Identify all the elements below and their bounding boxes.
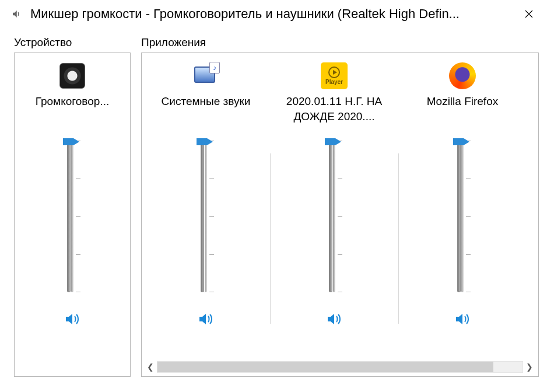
firefox-icon[interactable]: [449, 60, 476, 92]
volume-slider-system-sounds[interactable]: [198, 141, 214, 292]
mute-button-player[interactable]: [324, 310, 345, 328]
section-device: Устройство Громкоговор...: [14, 36, 131, 377]
volume-slider-firefox[interactable]: [454, 141, 471, 292]
window-title: Микшер громкости - Громкоговоритель и на…: [30, 6, 514, 22]
player-icon[interactable]: Player: [321, 60, 348, 92]
horizontal-scrollbar[interactable]: ❮ ❯: [144, 360, 536, 374]
slider-thumb[interactable]: [197, 137, 214, 146]
channel-system-sounds: ♪ Системные звуки: [142, 60, 270, 359]
channel-firefox: Mozilla Firefox: [398, 60, 527, 359]
volume-slider-device[interactable]: [64, 141, 80, 292]
slider-thumb[interactable]: [63, 137, 80, 146]
volume-slider-player[interactable]: [326, 141, 342, 292]
content-area: Устройство Громкоговор...: [0, 28, 547, 377]
close-button[interactable]: [514, 2, 544, 26]
system-sounds-icon[interactable]: ♪: [192, 60, 220, 92]
scrollbar-track[interactable]: [157, 361, 523, 373]
channel-device: Громкоговор...: [15, 60, 130, 328]
scrollbar-thumb[interactable]: [157, 362, 493, 372]
channel-player: Player 2020.01.11 Н.Г. НА ДОЖДЕ 2020....: [270, 60, 398, 359]
device-section-title: Устройство: [14, 36, 131, 49]
apps-row: ♪ Системные звуки Player: [142, 60, 538, 359]
apps-section-title: Приложения: [141, 36, 539, 49]
app-label[interactable]: Системные звуки: [142, 94, 270, 127]
volume-mixer-icon: [10, 8, 22, 20]
scroll-left-button[interactable]: ❮: [144, 360, 157, 373]
mute-button-system-sounds[interactable]: [195, 310, 216, 328]
mute-button-firefox[interactable]: [452, 310, 473, 328]
section-applications: Приложения ♪ Системные звуки: [141, 36, 539, 377]
mute-button-device[interactable]: [62, 310, 83, 328]
titlebar: Микшер громкости - Громкоговоритель и на…: [0, 0, 547, 28]
slider-thumb[interactable]: [325, 137, 342, 146]
scroll-right-button[interactable]: ❯: [523, 360, 536, 373]
device-label[interactable]: Громкоговор...: [15, 94, 130, 127]
slider-thumb[interactable]: [453, 137, 471, 146]
app-label[interactable]: Mozilla Firefox: [398, 94, 527, 127]
speaker-device-icon[interactable]: [59, 60, 85, 92]
app-label[interactable]: 2020.01.11 Н.Г. НА ДОЖДЕ 2020....: [270, 94, 398, 127]
